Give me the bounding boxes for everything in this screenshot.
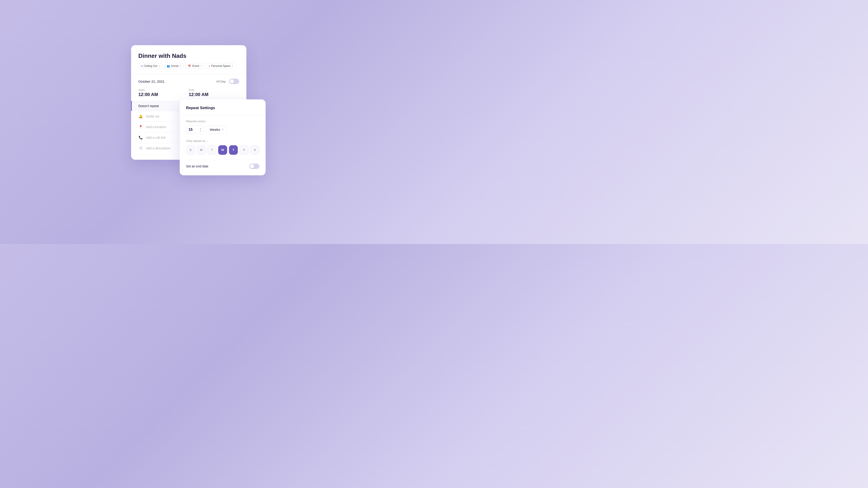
- day-monday[interactable]: M: [197, 145, 206, 155]
- location-icon: 📍: [138, 125, 143, 129]
- tag-event-label: Event: [192, 64, 199, 68]
- tags-row: 🍽 Eating Out ▾ 👥 Social ▾ 📅 Event ▾ ● Pe…: [138, 63, 239, 69]
- end-date-label: Set an end date: [186, 164, 209, 168]
- allday-group: All Day: [216, 78, 239, 84]
- description-icon: ☰: [138, 146, 143, 150]
- tag-social[interactable]: 👥 Social ▾: [164, 63, 184, 69]
- number-value: 15: [188, 128, 198, 132]
- day-sunday[interactable]: S: [186, 145, 195, 155]
- only-repeat-label: Only repeat on...: [186, 139, 259, 142]
- repeat-settings-panel: Repeat Settings Repeats every... 15 ▲ ▼ …: [180, 99, 266, 175]
- starts-time: 12:00 AM: [138, 92, 189, 97]
- stepper-down-button[interactable]: ▼: [199, 130, 202, 132]
- event-icon: 📅: [188, 65, 191, 68]
- description-label: Add a description: [146, 147, 170, 150]
- allday-toggle-knob: [230, 79, 234, 84]
- times-row: Starts 12:00 AM Ends 12:00 AM: [138, 89, 239, 97]
- ends-time: 12:00 AM: [189, 92, 239, 97]
- personal-space-chevron: ▾: [232, 65, 233, 67]
- event-date: October 21, 2021: [138, 79, 164, 84]
- social-icon: 👥: [167, 65, 170, 68]
- personal-space-icon: ●: [209, 65, 210, 67]
- day-tuesday[interactable]: T: [208, 145, 216, 155]
- event-chevron: ▾: [201, 65, 202, 67]
- allday-toggle[interactable]: [229, 78, 239, 84]
- day-friday[interactable]: F: [240, 145, 248, 155]
- tag-social-label: Social: [171, 64, 179, 68]
- social-chevron: ▾: [180, 65, 181, 67]
- stepper-buttons: ▲ ▼: [199, 127, 202, 132]
- tag-eating-out-label: Eating Out: [145, 64, 157, 68]
- stepper-up-button[interactable]: ▲: [199, 127, 202, 130]
- end-date-row: Set an end date: [186, 160, 259, 169]
- end-date-toggle-knob: [250, 164, 254, 168]
- days-row: S M T W T F S: [186, 145, 259, 155]
- frequency-row: 15 ▲ ▼ Weeks ▾: [186, 126, 259, 134]
- repeats-every-label: Repeats every...: [186, 120, 259, 123]
- eating-out-icon: 🍽: [141, 65, 143, 67]
- unit-select[interactable]: Weeks ▾: [206, 126, 227, 133]
- notify-icon: 🔔: [138, 114, 143, 119]
- starts-label: Starts: [138, 89, 189, 91]
- ends-label: Ends: [189, 89, 239, 91]
- number-input-box[interactable]: 15 ▲ ▼: [186, 126, 204, 134]
- tag-event[interactable]: 📅 Event ▾: [185, 63, 204, 69]
- divider-top: [131, 74, 246, 74]
- tag-eating-out[interactable]: 🍽 Eating Out ▾: [138, 63, 162, 69]
- unit-value: Weeks: [210, 128, 220, 131]
- ends-block: Ends 12:00 AM: [189, 89, 239, 97]
- call-icon: 📞: [138, 135, 143, 140]
- starts-block: Starts 12:00 AM: [138, 89, 189, 97]
- eating-out-chevron: ▾: [159, 65, 160, 67]
- notify-label: Notify me: [146, 115, 159, 118]
- tag-personal-space[interactable]: ● Personal Space ▾: [206, 63, 236, 69]
- repeat-panel-title: Repeat Settings: [186, 106, 259, 110]
- repeat-label: Doesn't repeat: [138, 104, 159, 108]
- day-wednesday[interactable]: W: [218, 145, 227, 155]
- event-title: Dinner with Nads: [138, 53, 239, 59]
- allday-label: All Day: [216, 80, 225, 83]
- unit-chevron: ▾: [222, 128, 223, 131]
- day-thursday[interactable]: T: [229, 145, 238, 155]
- day-saturday[interactable]: S: [250, 145, 259, 155]
- tag-personal-space-label: Personal Space: [211, 64, 230, 68]
- location-label: Add a location: [146, 125, 166, 129]
- date-allday-row: October 21, 2021 All Day: [138, 78, 239, 84]
- end-date-toggle[interactable]: [249, 164, 259, 169]
- call-label: Add a call link: [146, 136, 165, 139]
